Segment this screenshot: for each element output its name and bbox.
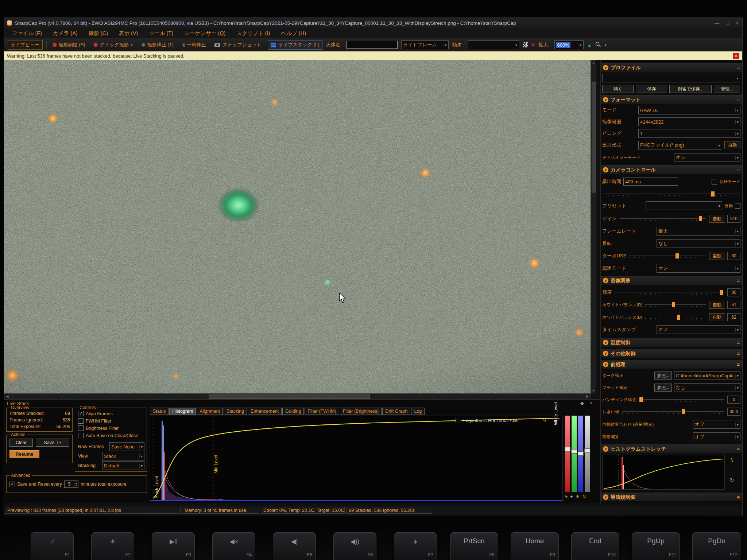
minutes-input[interactable] [65,481,74,487]
magnifier-icon[interactable] [595,42,601,48]
key-f5[interactable]: ◀)F5 [273,532,316,560]
scroll-down-icon[interactable]: ▼ [591,389,596,392]
section-menu-icon[interactable]: ≡ [737,167,740,173]
tab-histogram[interactable]: Histogram [169,408,196,415]
background-subtract-dropdown[interactable]: オフ▾ [693,432,740,441]
horizontal-scrollbar[interactable]: ◀ ▶ [4,393,591,399]
blue-level-bar[interactable] [578,416,583,492]
scroll-thumb[interactable] [209,394,370,399]
binning-dropdown[interactable]: 1▾ [638,129,740,138]
view-dropdown[interactable]: Stack▾ [102,452,144,460]
pin-icon[interactable]: ◆ [580,400,584,406]
capture-stop-button[interactable]: 撮影停止 (T) [139,40,176,49]
output-auto-button[interactable]: 自動 [724,141,740,149]
key-f3[interactable]: ▶‖F3 [152,532,195,560]
slider-thumb[interactable] [677,315,680,320]
log-axis-checkbox[interactable] [456,418,461,423]
section-image-controls[interactable]: ∨ 画像調整 ≡ [601,276,742,285]
banding-slider[interactable] [639,396,725,404]
menu-capture[interactable]: 撮影 (C) [89,30,108,37]
flat-browse-button[interactable]: 参照... [654,384,672,392]
target-icon[interactable]: + [570,494,573,499]
fwhm-filter-checkbox[interactable] [78,418,84,424]
slider-thumb[interactable] [672,302,675,307]
slider-thumb[interactable] [720,290,723,295]
tab-enhancement[interactable]: Enhancement [248,408,282,415]
section-format[interactable]: ∨ フォーマット ≡ [601,95,742,104]
preset-auto-checkbox[interactable] [735,203,740,209]
wb-red-slider[interactable] [645,301,707,309]
stretch-apply-lightning-icon[interactable]: ϟ [728,456,736,465]
turbo-usb-auto-button[interactable]: 自動 [709,252,725,260]
minimize-icon[interactable]: — [715,20,719,26]
section-profile[interactable]: ∨ プロファイル ≡ [601,63,742,72]
save-button[interactable]: Save▾ [36,439,69,447]
section-menu-icon[interactable]: ≡ [737,446,740,452]
scroll-right-icon[interactable]: ▶ [584,394,590,398]
threshold-slider[interactable] [622,408,725,416]
dark-file-dropdown[interactable]: C:¥home¥star¥SharpCap¥darks¥ZWO…▾ [674,371,740,380]
section-menu-icon[interactable]: ≡ [737,351,740,357]
section-preprocessing[interactable]: ∨ 前処理 ≡ [601,360,742,369]
auto-align-dropdown[interactable]: オフ▾ [693,420,740,429]
stretch-histogram[interactable] [602,455,725,490]
luminance-level-handle[interactable] [584,448,590,453]
highspeed-dropdown[interactable]: オン▾ [657,264,740,273]
tab-filter-fwhm[interactable]: Filter (FWHM) [305,408,339,415]
minutes-stepper[interactable]: ▲▼ [64,481,78,488]
wb-blue-auto-button[interactable]: 自動 [709,313,725,321]
output-format-dropdown[interactable]: PNGファイル(*.png)▾ [638,141,722,149]
wb-blue-slider[interactable] [645,313,707,321]
exposure-input[interactable] [623,178,678,186]
auto-save-checkbox[interactable] [78,433,84,438]
section-misc-controls[interactable]: ∨ その他制御 ≡ [601,349,742,358]
menu-script[interactable]: スクリプト (I) [236,30,270,37]
menu-tools[interactable]: ツール (T) [149,30,173,37]
clear-button[interactable]: Clear [9,439,33,447]
collapse-chevron-icon[interactable]: ∨ [603,494,608,500]
flat-file-dropdown[interactable]: なし▾ [674,383,740,392]
panel-close-icon[interactable]: × [590,400,593,406]
collapse-chevron-icon[interactable]: ∨ [603,351,608,356]
collapse-chevron-icon[interactable]: ∨ [603,340,608,345]
gain-slider[interactable] [619,215,707,223]
key-end[interactable]: EndF10 [571,532,619,560]
turbo-usb-slider[interactable] [628,252,707,260]
menu-file[interactable]: ファイル (F) [12,30,42,37]
stepper-arrows[interactable]: ▲▼ [74,481,78,487]
flip-dropdown[interactable]: なし▾ [657,239,740,248]
collapse-chevron-icon[interactable]: ∨ [603,446,608,452]
key-home[interactable]: HomeF9 [511,532,559,560]
long-exposure-checkbox[interactable] [712,179,717,184]
wb-red-auto-button[interactable]: 自動 [709,301,725,309]
clear-effect-icon[interactable]: × [531,42,535,48]
slider-thumb[interactable] [711,191,715,197]
profile-manage-button[interactable]: 管理... [714,85,740,93]
section-menu-icon[interactable]: ≡ [737,97,740,103]
maximize-icon[interactable]: □ [726,20,729,26]
profile-save-button[interactable]: 保存 [636,85,667,93]
snapshot-button[interactable]: スナップショット [212,40,264,49]
menu-sequencer[interactable]: シーケンサー (Q) [184,30,225,37]
preset-dropdown[interactable]: ▾ [646,201,722,210]
scroll-up-icon[interactable]: ▲ [591,61,596,65]
collapse-chevron-icon[interactable]: ∨ [603,167,608,172]
sun-icon[interactable]: ☀ [575,494,580,499]
key-pgup[interactable]: PgUpF11 [632,532,680,560]
resume-button[interactable]: Resume [9,450,39,458]
slider-thumb[interactable] [639,397,643,402]
menu-view[interactable]: 表示 (V) [119,30,138,37]
section-menu-icon[interactable]: ≡ [737,278,740,284]
reset-icon[interactable]: ↻ [582,494,586,499]
title-bar[interactable]: SharpCap Pro (v4.0.7806, 64 bit) - ZWO A… [4,18,742,28]
stretch-reset-icon[interactable]: ↻ [728,476,736,485]
red-level-handle[interactable] [565,447,570,451]
slider-thumb[interactable] [682,409,685,414]
brightness-filter-checkbox[interactable] [78,425,84,431]
mode-dropdown[interactable]: RAW 16▾ [638,106,740,114]
tab-filter-brightness[interactable]: Filter (Brightness) [340,408,382,415]
tab-stacking[interactable]: Stacking [224,408,247,415]
section-thermal-controls[interactable]: ∨ 温度制御 ≡ [601,338,742,347]
section-menu-icon[interactable]: ≡ [737,494,740,500]
key-f4[interactable]: ◀×F4 [212,532,255,560]
